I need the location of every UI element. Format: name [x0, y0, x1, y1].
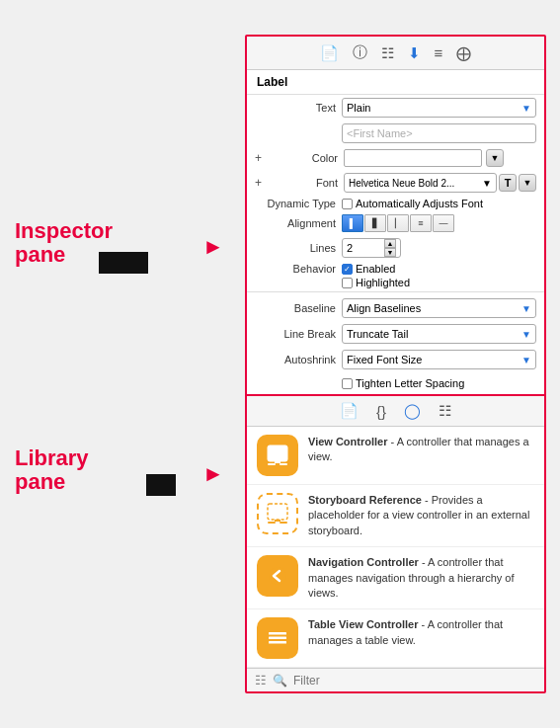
tighten-checkbox[interactable]: [342, 378, 353, 389]
list-icon[interactable]: ≡: [435, 44, 443, 61]
align-left-btn[interactable]: ▌: [342, 214, 363, 232]
table-controller-icon: [257, 617, 298, 659]
behavior-label: Behavior: [255, 263, 342, 275]
filter-grid-icon[interactable]: ☷: [255, 673, 267, 688]
line-break-select[interactable]: Truncate Tail ▼: [342, 324, 536, 344]
text-select[interactable]: Plain ▼: [342, 98, 536, 118]
lib-brace-icon[interactable]: {}: [376, 403, 386, 420]
lines-value: 2: [347, 242, 353, 254]
font-select[interactable]: Helvetica Neue Bold 2... ▼: [344, 173, 497, 193]
svg-rect-7: [275, 520, 280, 522]
list-item[interactable]: Navigation Controller - A controller tha…: [247, 547, 544, 609]
highlighted-label[interactable]: Highlighted: [342, 277, 410, 288]
tighten-row: Tighten Letter Spacing: [247, 372, 544, 394]
lines-stepper-down[interactable]: ▼: [384, 248, 396, 257]
circle-plus-icon[interactable]: ⨁: [456, 44, 471, 62]
svg-rect-5: [268, 522, 276, 524]
align-center-btn[interactable]: ▋: [364, 214, 386, 232]
autoshrink-chevron: ▼: [521, 355, 531, 365]
library-pane-label: Librarypane: [15, 446, 89, 494]
storyboard-ref-icon: [257, 493, 298, 534]
align-fill-btn[interactable]: —: [433, 214, 454, 232]
grid-icon[interactable]: ☷: [381, 44, 394, 62]
library-pane: 📄 {} ◯ ☷ View Controller - A controller …: [247, 396, 544, 691]
autoshrink-row: Autoshrink Fixed Font Size ▼: [247, 347, 544, 372]
placeholder-control: <First Name>: [342, 123, 536, 143]
library-toolbar: 📄 {} ◯ ☷: [247, 396, 544, 427]
font-extra-btn[interactable]: ▼: [519, 174, 536, 192]
color-swatch[interactable]: [344, 149, 482, 167]
font-t-button[interactable]: T: [499, 174, 517, 192]
baseline-chevron: ▼: [521, 303, 531, 314]
svg-rect-2: [280, 463, 287, 465]
view-controller-name: View Controller: [308, 436, 387, 447]
storyboard-ref-dash: -: [425, 494, 432, 506]
lib-circle-icon[interactable]: ◯: [404, 402, 421, 420]
svg-rect-3: [275, 461, 280, 463]
dynamic-type-label: Dynamic Type: [255, 198, 342, 209]
font-plus-icon[interactable]: +: [255, 176, 267, 190]
list-item[interactable]: Table View Controller - A controller tha…: [247, 609, 544, 668]
autoshrink-select[interactable]: Fixed Font Size ▼: [342, 350, 536, 369]
lines-label: Lines: [255, 242, 342, 254]
placeholder-value: <First Name>: [347, 127, 413, 139]
highlighted-checkbox[interactable]: [342, 278, 353, 288]
text-label: Text: [255, 102, 342, 114]
line-break-value: Truncate Tail: [347, 328, 408, 340]
dynamic-type-checkbox-label[interactable]: Automatically Adjusts Font: [342, 198, 483, 209]
color-plus-icon[interactable]: +: [255, 151, 267, 165]
top-toolbar: 📄 ⓘ ☷ ⬇ ≡ ⨁: [247, 37, 544, 70]
lib-file-icon[interactable]: 📄: [340, 402, 359, 420]
inspector-pane: Label Text Plain ▼ <First Name> + Colo: [247, 70, 544, 396]
text-control: Plain ▼: [342, 98, 536, 118]
storyboard-ref-text: Storyboard Reference - Provides a placeh…: [308, 493, 534, 538]
placeholder-input[interactable]: <First Name>: [342, 123, 536, 143]
question-icon[interactable]: ⓘ: [353, 43, 367, 62]
baseline-control: Align Baselines ▼: [342, 298, 536, 318]
text-value: Plain: [347, 102, 370, 114]
file-icon[interactable]: 📄: [320, 44, 339, 62]
filter-search-icon: 🔍: [273, 674, 287, 688]
autoshrink-control: Fixed Font Size ▼: [342, 350, 536, 369]
autoshrink-value: Fixed Font Size: [347, 354, 422, 365]
font-label: Font: [269, 177, 344, 189]
svg-rect-9: [269, 632, 286, 635]
lines-stepper: ▲ ▼: [384, 239, 396, 257]
table-controller-text: Table View Controller - A controller tha…: [308, 617, 534, 648]
align-right-btn[interactable]: ▏: [387, 214, 409, 232]
library-highlight: [146, 474, 176, 496]
nav-controller-icon: [257, 555, 298, 597]
list-item[interactable]: Storyboard Reference - Provides a placeh…: [247, 485, 544, 547]
alignment-row: Alignment ▌ ▋ ▏ ≡ —: [247, 211, 544, 235]
dynamic-type-row: Dynamic Type Automatically Adjusts Font: [247, 196, 544, 211]
color-picker-btn[interactable]: ▼: [486, 149, 504, 167]
dynamic-type-checkbox[interactable]: [342, 199, 353, 209]
dynamic-type-checkbox-text: Automatically Adjusts Font: [356, 198, 483, 209]
view-controller-text: View Controller - A controller that mana…: [308, 435, 534, 465]
behavior-row: Behavior Enabled Highlighted: [247, 261, 544, 288]
alignment-buttons: ▌ ▋ ▏ ≡ —: [342, 214, 454, 232]
download-arrow-icon[interactable]: ⬇: [408, 44, 421, 62]
inspector-arrow-icon: ►: [202, 234, 224, 260]
svg-rect-11: [269, 641, 286, 644]
baseline-row: Baseline Align Baselines ▼: [247, 295, 544, 321]
lines-stepper-up[interactable]: ▲: [384, 239, 396, 248]
highlighted-text: Highlighted: [356, 277, 410, 288]
inspector-pane-label: Inspectorpane: [15, 219, 113, 267]
tighten-checkbox-label[interactable]: Tighten Letter Spacing: [342, 377, 464, 389]
filter-input[interactable]: [293, 674, 536, 688]
svg-rect-6: [280, 522, 287, 524]
baseline-select[interactable]: Align Baselines ▼: [342, 298, 536, 318]
color-label: Color: [269, 152, 344, 164]
inspector-title: Label: [247, 70, 544, 95]
line-break-control: Truncate Tail ▼: [342, 324, 536, 344]
line-break-label: Line Break: [255, 328, 342, 340]
list-item[interactable]: View Controller - A controller that mana…: [247, 427, 544, 485]
lib-grid2-icon[interactable]: ☷: [439, 402, 451, 420]
placeholder-row: <First Name>: [247, 121, 544, 146]
enabled-label[interactable]: Enabled: [342, 263, 410, 275]
alignment-label: Alignment: [255, 217, 342, 229]
align-justify-btn[interactable]: ≡: [410, 214, 432, 232]
enabled-checkbox[interactable]: [342, 264, 353, 275]
lines-row: Lines 2 ▲ ▼: [247, 235, 544, 261]
